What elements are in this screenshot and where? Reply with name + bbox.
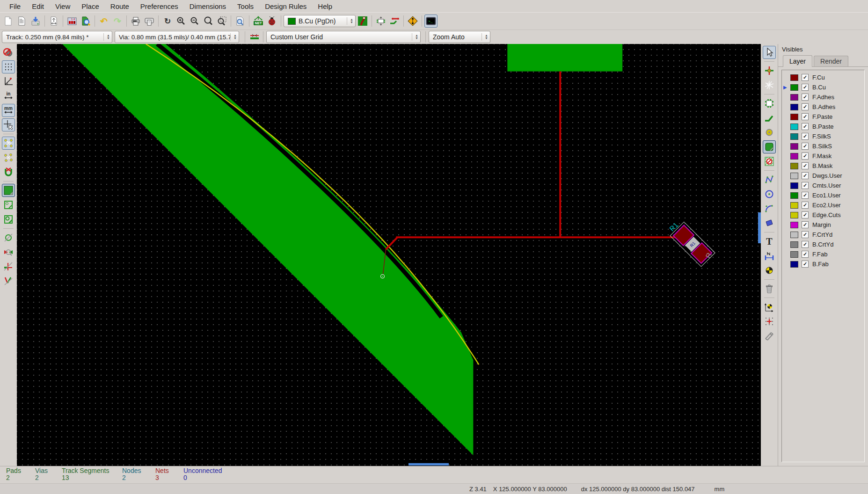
layer-color-swatch[interactable] bbox=[790, 202, 798, 209]
layer-row-fcu[interactable]: ✓F.Cu bbox=[782, 73, 864, 82]
copper-zone-pour[interactable] bbox=[62, 44, 473, 455]
drc-off-button[interactable] bbox=[2, 46, 15, 59]
layer-visibility-checkbox[interactable]: ✓ bbox=[802, 74, 809, 81]
menu-dimensions[interactable]: Dimensions bbox=[184, 1, 232, 11]
layer-visibility-checkbox[interactable]: ✓ bbox=[802, 153, 809, 160]
layer-row-eco1user[interactable]: ✓Eco1.User bbox=[782, 190, 864, 200]
layer-visibility-checkbox[interactable]: ✓ bbox=[802, 172, 809, 179]
tracks-sketch-button[interactable] bbox=[2, 260, 15, 273]
vertical-scrollbar-thumb[interactable] bbox=[758, 212, 761, 243]
layer-visibility-checkbox[interactable]: ✓ bbox=[802, 133, 809, 140]
pads-sketch-button[interactable] bbox=[2, 231, 15, 244]
layer-visibility-checkbox[interactable]: ✓ bbox=[802, 123, 809, 130]
spinner-icon[interactable]: ▲▼ bbox=[412, 33, 418, 41]
layer-visibility-checkbox[interactable]: ✓ bbox=[802, 211, 809, 218]
add-text-button[interactable]: T bbox=[763, 235, 776, 248]
layer-row-cmtsuser[interactable]: ✓Cmts.User bbox=[782, 181, 864, 190]
layer-row-fmask[interactable]: ✓F.Mask bbox=[782, 151, 864, 161]
layer-visibility-checkbox[interactable]: ✓ bbox=[802, 251, 809, 258]
select-tool-button[interactable] bbox=[763, 46, 776, 59]
menu-edit[interactable]: Edit bbox=[26, 1, 50, 11]
tab-layer[interactable]: Layer bbox=[783, 55, 812, 67]
print-button[interactable] bbox=[129, 15, 142, 28]
pcb-canvas[interactable]: R1 R1 R bbox=[17, 44, 761, 466]
delete-tool-button[interactable] bbox=[763, 282, 776, 295]
open-board-button[interactable] bbox=[15, 15, 29, 28]
drill-origin-button[interactable] bbox=[763, 300, 776, 313]
find-button[interactable] bbox=[233, 15, 247, 28]
layer-color-swatch[interactable] bbox=[790, 192, 798, 199]
via-size-selector[interactable]: Via: 0.80 mm (31.5 mils)/ 0.40 mm (15.7 … bbox=[115, 31, 239, 43]
footprint-ratsnest-button[interactable] bbox=[2, 151, 15, 164]
layer-color-swatch[interactable] bbox=[790, 251, 798, 258]
zoom-in-button[interactable] bbox=[175, 15, 188, 28]
layer-color-swatch[interactable] bbox=[790, 222, 798, 228]
spinner-icon[interactable]: ▲▼ bbox=[103, 33, 110, 41]
menu-tools[interactable]: Tools bbox=[232, 1, 259, 11]
layer-row-bpaste[interactable]: ✓B.Paste bbox=[782, 122, 864, 131]
layer-color-swatch[interactable] bbox=[790, 124, 798, 130]
add-track-button[interactable] bbox=[763, 111, 776, 124]
layer-visibility-checkbox[interactable]: ✓ bbox=[802, 241, 809, 248]
layer-row-badhes[interactable]: ✓B.Adhes bbox=[782, 102, 864, 112]
layer-color-swatch[interactable] bbox=[790, 163, 798, 169]
layer-visibility-checkbox[interactable]: ✓ bbox=[802, 84, 809, 91]
autoroute-mode-button[interactable] bbox=[406, 15, 419, 28]
grid-origin-button[interactable] bbox=[763, 315, 776, 328]
layer-color-swatch[interactable] bbox=[790, 261, 798, 268]
add-keepout-button[interactable] bbox=[763, 155, 776, 168]
spinner-icon[interactable]: ▲▼ bbox=[481, 33, 488, 41]
undo-button[interactable]: ↶ bbox=[97, 15, 110, 28]
add-target-button[interactable] bbox=[763, 264, 776, 277]
layer-color-swatch[interactable] bbox=[790, 173, 798, 179]
refresh-button[interactable]: ↻ bbox=[161, 15, 174, 28]
add-polygon-button[interactable] bbox=[763, 217, 776, 230]
auto-track-width-button[interactable] bbox=[248, 30, 261, 44]
layer-visibility-checkbox[interactable]: ✓ bbox=[802, 192, 809, 199]
zones-sketch-button[interactable] bbox=[2, 213, 15, 226]
layer-selector[interactable]: B.Cu (PgDn) ▲▼ bbox=[284, 15, 356, 27]
add-dimension-button[interactable] bbox=[763, 249, 776, 262]
drc-button[interactable] bbox=[265, 15, 278, 28]
layer-color-swatch[interactable] bbox=[790, 84, 798, 91]
grid-selector[interactable]: Custom User Grid ▲▼ bbox=[266, 31, 421, 43]
grid-visibility-button[interactable] bbox=[2, 60, 15, 73]
vias-sketch-button[interactable] bbox=[2, 275, 15, 288]
page-settings-button[interactable] bbox=[47, 15, 60, 28]
add-arc-button[interactable] bbox=[763, 202, 776, 215]
trace-horizontal[interactable] bbox=[396, 236, 686, 238]
zoom-selector[interactable]: Zoom Auto ▲▼ bbox=[429, 31, 490, 43]
layer-visibility-checkbox[interactable]: ✓ bbox=[802, 202, 809, 209]
zones-filled-button[interactable] bbox=[2, 184, 15, 197]
layer-visibility-checkbox[interactable]: ✓ bbox=[802, 103, 809, 110]
trace-vertical[interactable] bbox=[559, 72, 561, 238]
units-mm-button[interactable]: mm bbox=[2, 104, 15, 117]
add-circle-button[interactable] bbox=[763, 188, 776, 201]
track-mode-button[interactable] bbox=[388, 15, 401, 28]
layer-color-swatch[interactable] bbox=[790, 232, 798, 238]
add-via-button[interactable] bbox=[763, 126, 776, 139]
layer-visibility-checkbox[interactable]: ✓ bbox=[802, 221, 809, 228]
layer-visibility-checkbox[interactable]: ✓ bbox=[802, 231, 809, 238]
layer-color-swatch[interactable] bbox=[790, 212, 798, 218]
copper-zone-rect[interactable] bbox=[507, 44, 622, 72]
new-board-button[interactable] bbox=[2, 15, 15, 28]
layer-row-edgecuts[interactable]: ✓Edge.Cuts bbox=[782, 210, 864, 220]
layer-visibility-checkbox[interactable]: ✓ bbox=[802, 113, 809, 120]
layer-row-fsilks[interactable]: ✓F.SilkS bbox=[782, 131, 864, 141]
layer-row-eco2user[interactable]: ✓Eco2.User bbox=[782, 200, 864, 210]
layer-color-swatch[interactable] bbox=[790, 241, 798, 248]
layer-visibility-checkbox[interactable]: ✓ bbox=[802, 162, 809, 169]
redo-button[interactable]: ↷ bbox=[111, 15, 124, 28]
layer-color-swatch[interactable] bbox=[790, 74, 798, 81]
measure-button[interactable] bbox=[763, 329, 776, 342]
layer-row-ffab[interactable]: ✓F.Fab bbox=[782, 249, 864, 259]
layer-color-swatch[interactable] bbox=[790, 104, 798, 110]
add-zone-button[interactable] bbox=[763, 140, 776, 153]
spinner-icon[interactable]: ▲▼ bbox=[347, 17, 353, 25]
layer-color-swatch[interactable] bbox=[790, 182, 798, 189]
cursor-shape-button[interactable] bbox=[2, 118, 15, 131]
save-board-button[interactable] bbox=[29, 15, 42, 28]
zones-outline-button[interactable] bbox=[2, 198, 15, 211]
high-contrast-button[interactable] bbox=[2, 246, 15, 259]
